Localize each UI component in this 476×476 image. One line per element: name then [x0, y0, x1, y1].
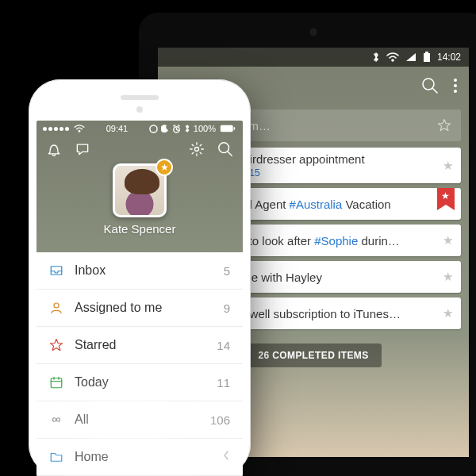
battery-icon	[423, 52, 431, 63]
task-title-part: durin…	[358, 234, 400, 248]
star-outline-icon[interactable]	[437, 118, 451, 132]
sidebar-item-count: 5	[224, 264, 230, 278]
profile-block[interactable]: ★ Kate Spencer	[36, 163, 243, 236]
chat-icon[interactable]	[75, 141, 90, 157]
sidebar-item-label: Today	[75, 375, 205, 390]
battery-icon	[219, 125, 236, 132]
sidebar-item-label: Home	[75, 450, 211, 464]
svg-point-8	[150, 125, 157, 132]
sidebar-item-count: 106	[210, 413, 230, 427]
profile-name: Kate Spencer	[36, 222, 243, 236]
task-hashtag[interactable]: #Australia	[290, 198, 343, 211]
phone-device: 09:41 100% ★	[29, 79, 251, 476]
alarm-icon	[172, 125, 181, 133]
svg-point-12	[195, 148, 199, 152]
sidebar-item-count: 9	[224, 301, 230, 315]
rotation-lock-icon	[149, 125, 158, 133]
sidebar-item-home[interactable]: Home	[36, 439, 243, 476]
completed-items-chip[interactable]: 26 COMPLETED ITEMS	[245, 344, 381, 367]
calendar-icon	[49, 375, 63, 390]
star-icon	[49, 338, 63, 352]
star-icon[interactable]: ★	[443, 233, 453, 248]
battery-percent: 100%	[194, 124, 216, 133]
person-icon	[49, 301, 63, 315]
phone-header: 09:41 100% ★	[36, 121, 243, 252]
smart-lists: Inbox 5 Assigned to me 9 Starred 14 Toda…	[36, 252, 243, 476]
ios-status-bar: 09:41 100%	[36, 121, 243, 136]
sidebar-item-label: Assigned to me	[75, 301, 213, 315]
android-clock: 14:02	[437, 52, 461, 63]
sidebar-item-label: Starred	[75, 338, 205, 352]
svg-point-7	[79, 131, 80, 132]
sidebar-item-all[interactable]: All 106	[36, 401, 243, 439]
svg-point-14	[54, 303, 59, 308]
inbox-icon	[49, 263, 63, 278]
svg-rect-15	[51, 378, 62, 388]
phone-toolbar	[36, 136, 243, 162]
search-icon[interactable]	[217, 141, 233, 157]
cell-signal-icon	[43, 127, 69, 131]
ios-clock: 09:41	[85, 124, 149, 133]
svg-point-6	[454, 90, 457, 93]
svg-rect-10	[221, 125, 233, 132]
cell-signal-icon	[405, 52, 416, 62]
wifi-icon	[74, 125, 85, 132]
search-icon[interactable]	[421, 77, 439, 94]
star-icon[interactable]: ★	[443, 306, 453, 321]
star-icon[interactable]: ★	[443, 270, 453, 284]
star-icon[interactable]: ★	[443, 159, 453, 173]
bluetooth-icon	[184, 124, 190, 133]
do-not-disturb-icon	[161, 125, 169, 132]
gear-icon[interactable]	[189, 141, 205, 157]
task-hashtag[interactable]: #Sophie	[314, 234, 358, 248]
pro-badge-icon: ★	[155, 159, 173, 176]
sidebar-item-label: All	[75, 413, 199, 427]
svg-rect-2	[425, 52, 428, 53]
bell-icon[interactable]	[46, 141, 62, 157]
chevron-left-icon	[222, 450, 230, 464]
infinity-icon	[49, 413, 63, 427]
sidebar-item-inbox[interactable]: Inbox 5	[36, 252, 243, 290]
svg-point-4	[454, 79, 457, 82]
task-title-part: Vacation	[342, 198, 390, 211]
bluetooth-icon	[372, 52, 380, 63]
svg-point-5	[454, 84, 457, 87]
phone-screen: 09:41 100% ★	[36, 121, 243, 476]
sidebar-item-count: 11	[217, 376, 230, 390]
sidebar-item-today[interactable]: Today 11	[36, 364, 243, 401]
svg-rect-11	[234, 127, 236, 129]
android-status-bar: 14:02	[158, 48, 469, 67]
sidebar-item-label: Inbox	[75, 263, 213, 278]
sidebar-item-assigned[interactable]: Assigned to me 9	[36, 290, 243, 327]
sidebar-item-count: 14	[217, 339, 230, 352]
sidebar-item-starred[interactable]: Starred 14	[36, 327, 243, 364]
wifi-icon	[386, 52, 399, 62]
tablet-camera	[310, 29, 317, 36]
folder-icon	[49, 450, 63, 464]
svg-point-0	[392, 60, 393, 61]
svg-rect-1	[424, 53, 430, 62]
overflow-menu-icon[interactable]	[453, 78, 458, 94]
